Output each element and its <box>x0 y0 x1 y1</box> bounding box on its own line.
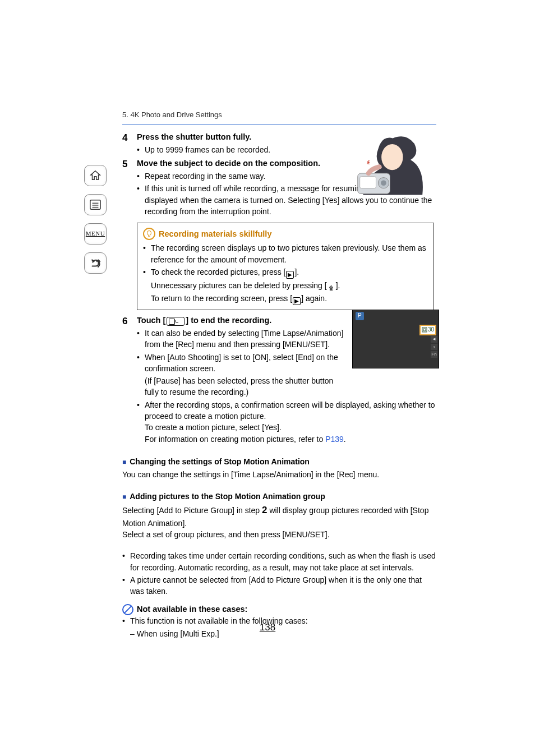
square-bullet-icon: ■ <box>122 492 126 502</box>
svg-point-10 <box>367 162 370 164</box>
step-number: 6 <box>122 315 137 446</box>
menu-label: MENU <box>86 229 105 238</box>
page-content: 5. 4K Photo and Drive Settings 4 Press t… <box>122 110 436 639</box>
link-p139[interactable]: P139 <box>325 435 344 444</box>
sidebar-nav: MENU <box>83 165 108 274</box>
notes: •Recording takes time under certain reco… <box>122 550 436 597</box>
section2-body1: Selecting [Add to Picture Group] in step… <box>122 504 436 529</box>
bulb-icon <box>143 228 155 240</box>
home-button[interactable] <box>84 165 107 186</box>
play-icon: ▶ <box>293 297 301 305</box>
section1-body: You can change the settings in [Time Lap… <box>122 469 436 480</box>
play-icon: ▶ <box>286 271 294 279</box>
back-icon <box>89 257 102 269</box>
svg-rect-7 <box>360 177 376 188</box>
screen-side-icons: ◄‹Fn <box>431 336 437 358</box>
step6-bullet2: When [Auto Shooting] is set to [ON], sel… <box>145 352 344 375</box>
hint-line4: To return to the recording screen, press… <box>143 293 428 305</box>
section2-body2: Select a set of group pictures, and then… <box>122 529 436 540</box>
svg-rect-11 <box>422 328 427 332</box>
hint-line3: Unnecessary pictures can be deleted by p… <box>143 280 428 293</box>
hint-title-row: Recording materials skillfully <box>143 228 428 240</box>
square-bullet-icon: ■ <box>122 458 126 467</box>
step6-bullet1: It can also be ended by selecting [Time … <box>145 328 344 351</box>
illustration-photographer <box>341 130 439 200</box>
frame-count-badge: 30 <box>419 325 436 335</box>
menu-button[interactable]: MENU <box>84 223 107 245</box>
svg-rect-12 <box>423 329 426 331</box>
svg-point-5 <box>381 144 403 170</box>
hint-line2: To check the recorded pictures, press [▶… <box>151 266 428 279</box>
not-available-heading: Not available in these cases: <box>122 603 436 615</box>
prohibit-icon <box>122 604 133 615</box>
page-number[interactable]: 138 <box>0 621 535 635</box>
toc-button[interactable] <box>84 194 107 215</box>
divider <box>122 124 436 125</box>
step-number: 5 <box>122 158 137 218</box>
toc-icon <box>89 199 102 210</box>
hint-line1: The recording screen displays up to two … <box>151 242 428 265</box>
hint-box: Recording materials skillfully •The reco… <box>137 223 434 310</box>
svg-rect-0 <box>90 200 100 209</box>
step6-bullet3: After the recording stops, a confirmatio… <box>145 399 436 445</box>
note2: A picture cannot be selected from [Add t… <box>130 574 436 597</box>
illustration-screen: P 30 ◄‹Fn <box>352 310 439 368</box>
svg-point-9 <box>381 180 386 186</box>
stop-motion-icon <box>167 317 185 326</box>
section-adding-pictures: ■ Adding pictures to the Stop Motion Ani… <box>122 491 436 502</box>
note1: Recording takes time under certain recor… <box>130 550 436 573</box>
step6-bullet2-paren: (If [Pause] has been selected, press the… <box>137 375 344 398</box>
section-changing-settings: ■ Changing the settings of Stop Motion A… <box>122 456 436 467</box>
breadcrumb: 5. 4K Photo and Drive Settings <box>122 110 436 121</box>
step-number: 4 <box>122 131 137 156</box>
home-icon <box>89 169 102 182</box>
back-button[interactable] <box>84 252 107 274</box>
mode-badge: P <box>356 312 364 320</box>
hint-title: Recording materials skillfully <box>159 228 271 240</box>
trash-icon: 🗑 <box>328 285 335 293</box>
